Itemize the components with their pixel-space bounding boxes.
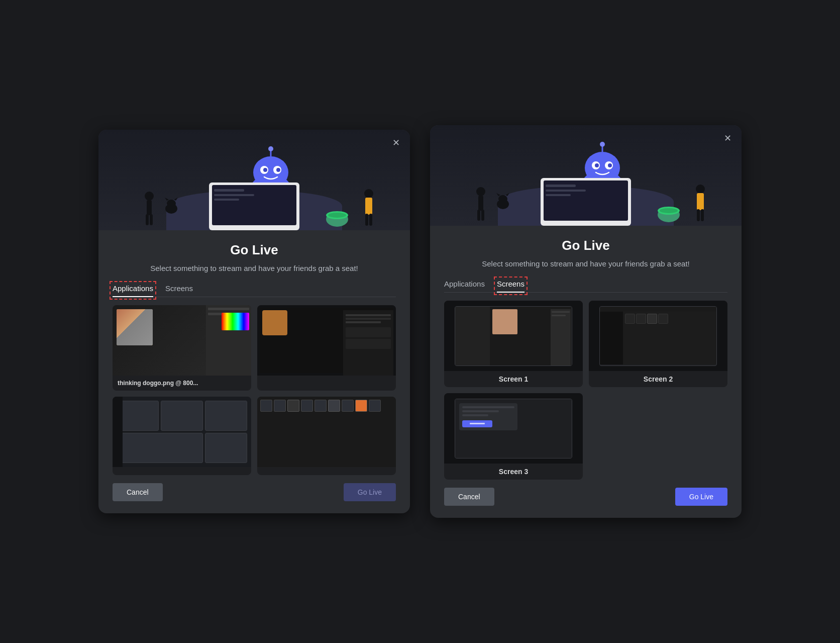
- svg-rect-49: [546, 190, 586, 192]
- go-live-dialog-applications: ✕ Go Live Select something to stream and…: [98, 130, 410, 514]
- app-thumbnail-4: [257, 397, 396, 467]
- svg-rect-16: [369, 214, 372, 226]
- silhouette-right-2: [694, 183, 706, 223]
- app-label-2: [257, 376, 396, 384]
- svg-rect-12: [150, 214, 153, 225]
- svg-marker-24: [165, 198, 169, 201]
- svg-rect-48: [546, 185, 576, 187]
- bowl-illustration: [325, 210, 350, 228]
- dialog-illustration-2: [430, 125, 742, 226]
- svg-rect-21: [214, 199, 239, 201]
- svg-rect-40: [477, 210, 480, 221]
- monitor-illustration: [199, 180, 309, 230]
- svg-rect-10: [147, 200, 152, 215]
- screen-thumbnail-1: [444, 301, 583, 371]
- svg-rect-19: [214, 189, 244, 192]
- dialog-title: Go Live: [113, 242, 396, 258]
- svg-rect-14: [365, 198, 372, 215]
- monitor-illustration-2: [531, 175, 641, 226]
- dialog-footer: Cancel Go Live: [113, 483, 396, 503]
- app-thumbnail-2: [257, 305, 396, 376]
- silhouette-right: [363, 188, 375, 228]
- svg-point-34: [608, 163, 612, 167]
- svg-point-13: [364, 189, 373, 198]
- screen-label-3: Screen 3: [444, 464, 583, 480]
- svg-point-23: [167, 200, 176, 208]
- tabs-row-2: Applications Screens: [444, 280, 727, 293]
- svg-point-5: [276, 168, 280, 172]
- screen-card-1[interactable]: Screen 1: [444, 301, 583, 387]
- app-label-3: [113, 467, 251, 475]
- screen-preview-3: [455, 399, 573, 458]
- pet-illustration: [164, 198, 179, 215]
- svg-marker-25: [174, 198, 178, 201]
- close-button-2[interactable]: ✕: [721, 132, 733, 144]
- svg-point-33: [595, 163, 599, 167]
- svg-rect-50: [546, 194, 571, 196]
- app-thumbnail-3: [113, 397, 251, 467]
- screen-preview-1: [455, 306, 573, 366]
- svg-rect-39: [478, 196, 483, 211]
- applications-grid: thinking doggo.png @ 800...: [113, 305, 396, 475]
- svg-point-7: [268, 146, 273, 151]
- screens-grid: Screen 1: [444, 301, 727, 480]
- tab-applications-2[interactable]: Applications: [444, 280, 485, 292]
- go-live-button[interactable]: Go Live: [344, 483, 396, 501]
- screen-thumbnail-3: [444, 393, 583, 464]
- svg-marker-53: [496, 193, 500, 196]
- bowl-illustration-2: [656, 206, 681, 223]
- silhouette-left-2: [475, 186, 486, 223]
- cancel-button[interactable]: Cancel: [113, 483, 163, 501]
- tab-screens-2[interactable]: Screens: [497, 280, 524, 292]
- app-thumbnail-1: [113, 305, 251, 376]
- svg-point-38: [476, 187, 485, 196]
- svg-rect-11: [146, 214, 149, 225]
- svg-rect-41: [481, 210, 484, 221]
- svg-rect-45: [701, 209, 704, 221]
- app-card-2[interactable]: [257, 305, 396, 391]
- app-label-4: [257, 467, 396, 475]
- svg-rect-15: [365, 214, 368, 226]
- tab-applications[interactable]: Applications: [113, 284, 153, 297]
- screen-thumbnail-2: [589, 301, 727, 371]
- go-live-dialog-screens: ✕ Go Live Select something to stream and…: [430, 125, 742, 518]
- svg-rect-44: [697, 209, 700, 221]
- svg-point-4: [263, 168, 267, 172]
- pet-illustration-2: [495, 193, 510, 211]
- close-button[interactable]: ✕: [390, 137, 402, 149]
- dialog-subtitle: Select something to stream and have your…: [113, 263, 396, 274]
- go-live-button-2[interactable]: Go Live: [675, 488, 727, 506]
- svg-rect-43: [697, 193, 704, 210]
- svg-rect-20: [214, 194, 254, 196]
- app-card-1[interactable]: thinking doggo.png @ 800...: [113, 305, 251, 391]
- svg-marker-54: [505, 193, 509, 196]
- app-label-1: thinking doggo.png @ 800...: [113, 376, 251, 391]
- svg-point-28: [328, 213, 346, 218]
- dialog-illustration: [98, 130, 410, 230]
- svg-point-42: [696, 185, 705, 194]
- silhouette-left: [144, 190, 155, 228]
- app-card-3[interactable]: [113, 397, 251, 475]
- svg-point-52: [498, 195, 507, 203]
- svg-point-9: [145, 192, 154, 201]
- screen-card-3[interactable]: Screen 3: [444, 393, 583, 480]
- tabs-row: Applications Screens: [113, 284, 396, 297]
- screen-preview-2: [599, 306, 717, 366]
- app-card-4[interactable]: [257, 397, 396, 475]
- cancel-button-2[interactable]: Cancel: [444, 488, 494, 506]
- dialog-footer-2: Cancel Go Live: [444, 488, 727, 508]
- dialog-subtitle-2: Select something to stream and have your…: [444, 258, 727, 270]
- tab-screens[interactable]: Screens: [165, 284, 193, 297]
- svg-point-57: [660, 208, 678, 213]
- svg-point-36: [600, 142, 605, 147]
- dialog-title-2: Go Live: [444, 238, 727, 253]
- screen-card-2[interactable]: Screen 2: [589, 301, 727, 387]
- screen-label-2: Screen 2: [589, 371, 727, 387]
- screen-label-1: Screen 1: [444, 371, 583, 387]
